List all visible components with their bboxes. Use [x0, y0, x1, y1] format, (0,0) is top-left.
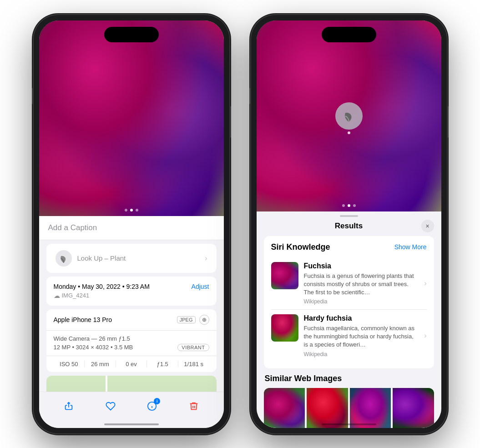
home-indicator-left — [104, 423, 159, 425]
results-handle[interactable] — [257, 211, 441, 219]
photo-date: Monday • May 30, 2022 • 9:23 AM — [54, 283, 150, 290]
drag-handle — [340, 215, 358, 217]
results-title: Results — [335, 221, 363, 231]
filename: IMG_4241 — [62, 292, 90, 299]
right-phone: Results × Siri Knowledge Show More — [251, 15, 447, 433]
page-dots-right — [342, 204, 356, 207]
share-button[interactable] — [60, 397, 78, 415]
exif-ev: 0 ev — [116, 361, 147, 367]
home-indicator-right — [322, 423, 376, 425]
lookup-dot — [348, 131, 350, 134]
camera-spec-text: Wide Camera — 26 mm ƒ1.5 — [54, 335, 209, 342]
camera-spec-row: Wide Camera — 26 mm ƒ1.5 12 MP • 3024 × … — [46, 331, 217, 356]
right-screen: Results × Siri Knowledge Show More — [257, 20, 441, 428]
meta-section: Monday • May 30, 2022 • 9:23 AM Adjust ☁… — [46, 277, 217, 306]
exif-aperture: ƒ1.5 — [147, 361, 178, 367]
photo-left[interactable] — [39, 20, 224, 216]
page-dot — [130, 209, 133, 211]
similar-title: Similar Web Images — [264, 374, 434, 383]
siri-section-header: Siri Knowledge Show More — [271, 242, 427, 252]
similar-image-3[interactable] — [350, 388, 391, 428]
left-screen: Add a Caption Look Up – Plant › — [39, 20, 224, 428]
results-panel: Results × Siri Knowledge Show More — [257, 211, 441, 428]
page-dot — [342, 204, 345, 207]
exif-shutter: 1/181 s — [178, 361, 209, 367]
cloud-icon: ☁ — [54, 292, 60, 299]
exif-focal: 26 mm — [85, 361, 116, 367]
exif-iso: ISO 50 — [54, 361, 85, 367]
like-button[interactable] — [101, 397, 120, 415]
fuchsia-content: Fuchsia Fuchsia is a genus of flowering … — [304, 262, 419, 305]
hardy-desc: Fuchsia magellanica, commonly known as t… — [304, 324, 419, 349]
location-icon-badge: ⊕ — [199, 315, 209, 325]
results-header: Results × — [257, 219, 441, 236]
similar-section: Similar Web Images — [264, 374, 434, 428]
hardy-thumbnail — [271, 314, 298, 342]
device-name: Apple iPhone 13 Pro — [54, 316, 112, 323]
siri-knowledge-section: Siri Knowledge Show More Fuchsia Fuchsia… — [264, 236, 434, 368]
show-more-button[interactable]: Show More — [394, 243, 427, 251]
fuchsia-chevron-icon: › — [424, 279, 426, 287]
hardy-chevron-icon: › — [424, 332, 426, 340]
caption-placeholder: Add a Caption — [48, 223, 97, 232]
lookup-label: Look Up – Plant — [77, 254, 126, 262]
dynamic-island-right — [322, 27, 376, 42]
fuchsia-source: Wikipedia — [304, 298, 419, 305]
format-badge: JPEG — [177, 316, 196, 323]
photo-right[interactable] — [257, 20, 441, 211]
info-badge: i — [154, 398, 160, 404]
hardy-title: Hardy fuchsia — [304, 314, 419, 322]
device-row: Apple iPhone 13 Pro JPEG ⊕ — [46, 309, 217, 331]
delete-button[interactable] — [185, 397, 203, 415]
similar-image-2[interactable] — [307, 388, 348, 428]
resolution-text: 12 MP • 3024 × 4032 • 3.5 MB — [54, 344, 133, 351]
phones-container: Add a Caption Look Up – Plant › — [25, 6, 456, 443]
lookup-chevron-icon: › — [205, 254, 207, 262]
bottom-toolbar: i — [39, 392, 224, 428]
close-button[interactable]: × — [421, 220, 434, 232]
fuchsia-desc: Fuchsia is a genus of flowering plants t… — [304, 272, 419, 297]
similar-image-4[interactable] — [393, 388, 434, 428]
page-dot — [348, 204, 350, 207]
left-phone: Add a Caption Look Up – Plant › — [34, 15, 229, 433]
flower-overlay-left — [39, 20, 224, 216]
siri-knowledge-title: Siri Knowledge — [271, 242, 330, 252]
dynamic-island-left — [104, 27, 159, 42]
hardy-source: Wikipedia — [304, 351, 419, 357]
exif-row: ISO 50 26 mm 0 ev ƒ1.5 1/181 s — [46, 356, 217, 372]
page-dot — [125, 209, 127, 211]
close-icon: × — [425, 222, 429, 230]
siri-result-hardy[interactable]: Hardy fuchsia Fuchsia magellanica, commo… — [271, 310, 427, 362]
adjust-button[interactable]: Adjust — [192, 283, 209, 290]
hardy-content: Hardy fuchsia Fuchsia magellanica, commo… — [304, 314, 419, 357]
leaf-icon — [56, 250, 72, 267]
lookup-row[interactable]: Look Up – Plant › — [46, 244, 217, 273]
siri-result-fuchsia[interactable]: Fuchsia Fuchsia is a genus of flowering … — [271, 257, 427, 310]
fuchsia-title: Fuchsia — [304, 262, 419, 270]
style-badge: VIBRANT — [177, 344, 209, 351]
similar-images-grid — [264, 388, 434, 428]
info-button[interactable]: i — [143, 397, 161, 415]
similar-image-1[interactable] — [264, 388, 305, 428]
page-dot — [353, 204, 356, 207]
visual-lookup-button[interactable] — [335, 102, 363, 130]
device-section: Apple iPhone 13 Pro JPEG ⊕ Wide Camera —… — [46, 309, 217, 372]
fuchsia-thumbnail — [271, 262, 298, 289]
page-dot — [136, 209, 138, 211]
device-badges: JPEG ⊕ — [177, 315, 209, 325]
page-dots-left — [125, 209, 138, 211]
caption-area[interactable]: Add a Caption — [39, 216, 224, 240]
